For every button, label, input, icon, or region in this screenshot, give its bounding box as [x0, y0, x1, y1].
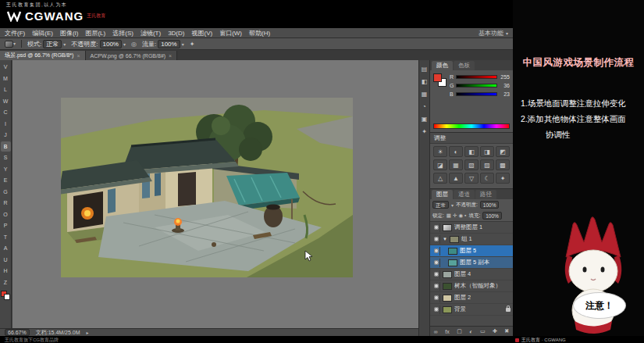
workspace-switcher[interactable]: 基本功能 ▾ [479, 29, 508, 38]
visibility-eye-icon[interactable] [432, 235, 440, 244]
tool-eyedropper[interactable]: I [1, 119, 11, 130]
adjustment-icon[interactable]: ◨ [480, 146, 494, 157]
menu-layer[interactable]: 图层(L) [85, 29, 105, 38]
tool-shape[interactable]: U [1, 255, 11, 266]
layer-thumbnail[interactable] [443, 271, 452, 278]
blue-slider[interactable]: B 23 [450, 91, 510, 97]
lock-pixels-icon[interactable]: ✛ [453, 213, 457, 219]
tool-dodge[interactable]: O [1, 209, 11, 220]
layer-thumbnail[interactable] [443, 283, 452, 290]
menu-file[interactable]: 文件(F) [5, 29, 25, 38]
delete-layer-icon[interactable]: ✖ [504, 328, 509, 334]
layer-row[interactable]: 图层 5 副本 [430, 257, 513, 269]
green-slider[interactable]: G 36 [450, 83, 510, 88]
layer-row[interactable]: 树木（智能对象） [430, 280, 513, 292]
airbrush-icon[interactable]: ✦ [190, 41, 195, 48]
green-slider-track[interactable] [456, 84, 497, 88]
close-tab-icon[interactable]: × [76, 53, 80, 59]
panel-history-icon[interactable]: ▤ [422, 66, 428, 73]
lock-icons[interactable]: ▦ ✛ ◉ ▪ [447, 213, 467, 219]
layer-opacity-field[interactable]: 100% [480, 201, 500, 209]
menu-view[interactable]: 视图(V) [191, 29, 212, 38]
visibility-eye-icon[interactable] [432, 282, 440, 291]
layer-thumbnail[interactable] [443, 224, 452, 231]
tab-swatches[interactable]: 色板 [454, 61, 475, 70]
pressure-opacity-icon[interactable]: ◎ [131, 41, 137, 48]
color-spectrum-ramp[interactable] [433, 123, 510, 129]
adjustment-icon[interactable]: ☾ [480, 173, 494, 184]
tool-brush[interactable]: B [1, 141, 11, 152]
layer-thumbnail[interactable] [443, 306, 452, 313]
foreground-color-swatch[interactable] [433, 73, 442, 82]
visibility-eye-icon[interactable] [432, 259, 440, 267]
document-tab[interactable]: 场景.psd @ 66.7% (RGB/8*) × [0, 51, 86, 60]
visibility-eye-icon[interactable] [432, 223, 440, 232]
opacity-option[interactable]: 不透明度: 100% ▾ [71, 40, 126, 48]
adjustment-icon[interactable]: ☀ [433, 146, 447, 157]
layer-row-background[interactable]: 背景 [430, 304, 513, 316]
layer-row[interactable]: 调整图层 1 [430, 222, 513, 234]
adjustment-icon[interactable]: ▲ [449, 173, 463, 184]
new-group-icon[interactable]: ▭ [480, 328, 486, 334]
tool-gradient[interactable]: G [1, 187, 11, 198]
menu-filter[interactable]: 滤镜(T) [141, 29, 161, 38]
flow-option[interactable]: 流量: 100% ▾ [142, 40, 184, 48]
visibility-eye-icon[interactable] [432, 247, 440, 255]
status-arrow-icon[interactable]: ▸ [87, 330, 89, 335]
blue-slider-track[interactable] [456, 92, 497, 96]
panel-actions-icon[interactable]: ◔ [422, 103, 426, 110]
menu-3d[interactable]: 3D(D) [168, 30, 184, 37]
tool-hand[interactable]: H [1, 266, 11, 277]
tool-history-brush[interactable]: Y [1, 164, 11, 175]
tool-lasso[interactable]: L [1, 84, 11, 95]
new-layer-icon[interactable]: ✚ [493, 328, 497, 334]
red-slider[interactable]: R 255 [450, 74, 510, 80]
tab-layers[interactable]: 图层 [432, 190, 453, 199]
tool-blur[interactable]: R [1, 198, 11, 209]
lock-all-icon[interactable]: ▪ [464, 213, 466, 219]
tool-type[interactable]: T [1, 232, 11, 243]
tool-preset-picker[interactable]: ▾ [5, 40, 16, 47]
background-color-chip[interactable] [4, 294, 10, 300]
blend-mode-option[interactable]: 模式: 正常 ▾ [27, 40, 66, 48]
layer-group-row[interactable]: ▼ 组 1 [430, 234, 513, 245]
adjustment-icon[interactable]: ◧ [464, 146, 479, 157]
close-tab-icon[interactable]: × [169, 53, 172, 59]
adjustment-icon[interactable]: ▩ [496, 159, 510, 170]
tool-path-select[interactable]: A [1, 243, 11, 254]
visibility-eye-icon[interactable] [432, 294, 440, 302]
tool-zoom[interactable]: Z [1, 277, 11, 288]
menu-edit[interactable]: 编辑(E) [32, 29, 53, 38]
layer-fill-field[interactable]: 100% [482, 212, 502, 220]
layer-row[interactable]: 图层 2 [430, 292, 513, 304]
toolbox-color-chips[interactable] [1, 291, 10, 300]
tool-pen[interactable]: P [1, 220, 11, 231]
adjustment-icon[interactable]: ◐ [449, 146, 463, 157]
panel-properties-icon[interactable]: ◧ [422, 78, 428, 85]
adjustment-icon[interactable]: ✦ [496, 173, 510, 184]
tool-magic-wand[interactable]: W [1, 96, 11, 107]
lock-position-icon[interactable]: ◉ [458, 213, 463, 219]
menu-select[interactable]: 选择(S) [112, 29, 133, 38]
tool-healing-brush[interactable]: J [1, 130, 11, 141]
document-tab[interactable]: ACPW.png @ 66.7% (RGB/8#) × [86, 51, 178, 60]
adjustment-icon[interactable]: ▧ [464, 159, 479, 170]
tab-channels[interactable]: 通道 [454, 190, 475, 199]
visibility-eye-icon[interactable] [432, 270, 440, 279]
visibility-eye-icon[interactable] [432, 305, 440, 314]
zoom-level-field[interactable]: 66.67% [5, 329, 30, 336]
canvas-area[interactable] [12, 60, 418, 328]
menu-window[interactable]: 窗口(W) [219, 29, 242, 38]
red-slider-track[interactable] [456, 75, 497, 79]
panel-brush-icon[interactable]: ✦ [422, 128, 427, 135]
adjustment-icon[interactable]: △ [433, 173, 447, 184]
layer-mask-icon[interactable]: ▢ [457, 328, 462, 334]
blend-mode-select[interactable]: 正常 [432, 201, 449, 209]
layer-thumbnail[interactable] [448, 259, 457, 266]
layer-row[interactable]: 图层 4 [430, 269, 513, 280]
panel-styles-icon[interactable]: ▣ [422, 116, 428, 123]
tool-clone-stamp[interactable]: S [1, 152, 11, 163]
color-swatch-stack[interactable] [433, 73, 447, 87]
adjustment-layer-icon[interactable]: ◐ [469, 329, 472, 334]
adjustment-icon[interactable]: ▦ [449, 159, 463, 170]
